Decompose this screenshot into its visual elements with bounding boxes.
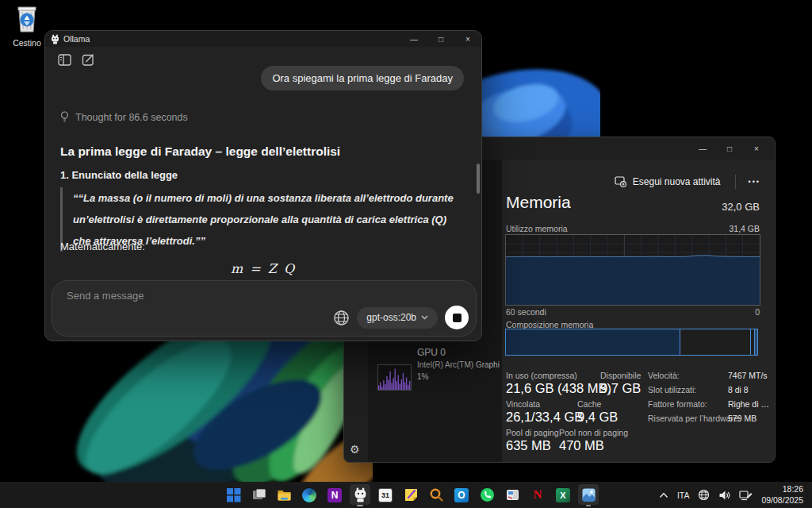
close-button[interactable]: ×	[454, 31, 481, 47]
cached-label: Cache	[577, 399, 601, 409]
excel-icon: X	[556, 488, 570, 502]
committed-value: 26,1/33,4 GB	[506, 410, 583, 425]
ollama-titlebar[interactable]: Ollama — □ ×	[45, 31, 481, 47]
model-selector[interactable]: gpt-oss:20b	[357, 307, 438, 329]
stop-icon	[453, 314, 462, 322]
task-view-icon	[251, 487, 266, 502]
slots-value: 8 di 8	[728, 385, 749, 394]
pen-device-icon[interactable]	[739, 490, 753, 501]
memory-composition-bar	[505, 329, 760, 356]
user-message-bubble: Ora spiegami la prima legge di Faraday	[261, 66, 464, 90]
desktop: Cestino — □ × ⚙ GPU 0 Intel(R) Arc(TM) G…	[0, 0, 812, 508]
message-composer[interactable]: gpt-oss:20b	[52, 280, 477, 337]
run-new-task-icon	[615, 176, 626, 187]
file-explorer-icon	[277, 487, 292, 502]
edge-icon	[302, 488, 316, 502]
available-value: 9,7 GB	[600, 381, 641, 396]
speaker-icon[interactable]	[718, 490, 730, 501]
gpu-description: Intel(R) Arc(TM) Graphic	[417, 360, 500, 369]
window-title: Ollama	[63, 34, 90, 44]
usage-chart-label: Utilizzo memoria	[506, 224, 568, 233]
hw-reserved-value: 579 MB	[728, 414, 756, 423]
ollama-icon	[353, 487, 368, 502]
ollama-window: Ollama — □ × Ora spiegami la prima legge…	[44, 30, 482, 341]
lightbulb-icon	[60, 111, 69, 123]
taskbar-item-photos[interactable]	[576, 482, 601, 508]
sticky-notes-icon	[404, 487, 419, 502]
taskbar-item-edge[interactable]	[297, 482, 322, 508]
hw-reserved-label: Riservata per l’hardware:	[648, 414, 741, 423]
tray-chevron-up-icon[interactable]	[659, 492, 668, 498]
stop-generating-button[interactable]	[445, 306, 469, 329]
network-globe-icon[interactable]	[698, 489, 710, 501]
more-options-button[interactable]: •••	[744, 175, 765, 189]
llama-icon	[51, 34, 59, 44]
x-axis-left-label: 60 secondi	[506, 307, 546, 317]
taskbar-item-onenote[interactable]: N	[322, 482, 347, 508]
memory-history-chart	[505, 234, 760, 306]
new-chat-icon[interactable]	[82, 53, 95, 67]
message-input[interactable]	[67, 290, 304, 302]
clock[interactable]: 18:26 09/08/2025	[761, 484, 803, 505]
memory-page-title: Memoria	[506, 193, 571, 212]
clock-date: 09/08/2025	[761, 495, 803, 506]
maximize-button[interactable]: □	[427, 31, 454, 47]
x-axis-right-label: 0	[755, 307, 760, 317]
response-section-heading: 1. Enunciato della legge	[60, 169, 178, 181]
outlook-icon: O	[454, 488, 469, 502]
taskbar-item-ollama[interactable]	[347, 482, 373, 508]
gpu-list-item[interactable]: GPU 0 Intel(R) Arc(TM) Graphic 1%	[368, 341, 502, 398]
composition-segment	[680, 329, 751, 356]
speed-value: 7467 MT/s	[728, 371, 768, 380]
paged-pool-label: Pool di paging	[506, 428, 559, 437]
taskbar-item-calendar[interactable]: 31	[373, 482, 398, 508]
gpu-usage: 1%	[417, 372, 428, 381]
form-factor-label: Fattore formato:	[648, 399, 707, 409]
minimize-button[interactable]: —	[400, 31, 427, 47]
gpu-sparkline-chart	[377, 364, 412, 391]
taskbar-item-whatsapp[interactable]	[474, 482, 500, 508]
taskbar-item-task-view[interactable]	[246, 482, 271, 508]
taskbar-item-excel[interactable]: X	[550, 482, 576, 508]
thought-status-row[interactable]: Thought for 86.6 seconds	[60, 111, 188, 123]
whatsapp-icon	[480, 487, 495, 502]
response-heading: La prima legge di Faraday – legge dell’e…	[60, 144, 340, 159]
taskbar-item-outlook[interactable]: O	[449, 482, 474, 508]
committed-label: Vincolata	[506, 399, 540, 409]
calendar-icon: 31	[378, 488, 393, 502]
minimize-button[interactable]: —	[689, 137, 716, 160]
settings-gear-icon[interactable]: ⚙	[350, 443, 360, 456]
slots-label: Slot utilizzati:	[648, 385, 696, 394]
onenote-icon: N	[327, 488, 342, 502]
recycle-bin-label: Cestino	[3, 38, 51, 48]
taskbar: N 31	[0, 482, 812, 508]
close-button[interactable]: ×	[743, 137, 770, 160]
composition-segment	[754, 329, 758, 356]
run-new-task-button[interactable]: Esegui nuova attività	[608, 173, 727, 190]
taskbar-item-file-explorer[interactable]	[271, 482, 297, 508]
gpu-name: GPU 0	[417, 347, 446, 358]
maximize-button[interactable]: □	[716, 137, 743, 160]
scrollbar-thumb[interactable]	[477, 164, 480, 194]
cached-value: 9,4 GB	[577, 410, 618, 425]
taskbar-item-search[interactable]	[423, 482, 449, 508]
globe-icon[interactable]	[333, 310, 350, 326]
form-factor-value: Righe di …	[728, 399, 769, 409]
composition-segment	[505, 329, 680, 356]
taskbar-item-sticky-notes[interactable]	[398, 482, 423, 508]
running-indicator	[357, 505, 363, 507]
speed-label: Velocità:	[648, 371, 680, 380]
available-label: Disponibile	[600, 371, 641, 380]
taskbar-item-netflix[interactable]: N	[525, 482, 550, 508]
taskbar-item-snipping-tool[interactable]	[500, 482, 525, 508]
recycle-bin-desktop-icon[interactable]: Cestino	[3, 5, 51, 48]
memory-total: 32,0 GB	[722, 201, 760, 213]
toolbar-divider	[735, 175, 736, 189]
sidebar-toggle-icon[interactable]	[58, 53, 71, 67]
taskbar-item-start[interactable]	[220, 482, 246, 508]
math-intro: Matematicamente:	[60, 241, 145, 252]
running-indicator	[586, 505, 591, 507]
start-icon	[226, 487, 241, 502]
language-indicator[interactable]: ITA	[677, 491, 690, 500]
wallpaper-bloom-right	[464, 54, 600, 137]
